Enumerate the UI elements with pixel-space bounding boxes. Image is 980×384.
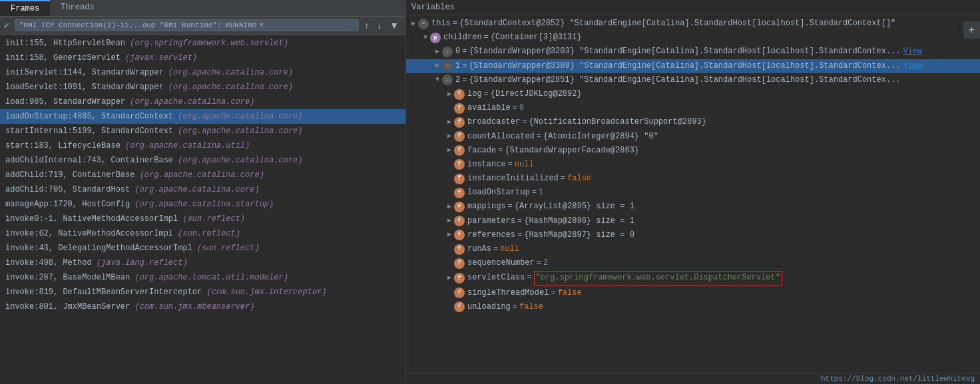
variable-row[interactable]: ▶fbroadcaster = {NotificationBroadcaster… [406, 115, 980, 129]
frame-item[interactable]: invoke:819, DefaultMBeanServerIntercepto… [0, 285, 405, 299]
frame-item[interactable]: init:155, HttpServletBean (org.springfra… [0, 36, 405, 51]
variable-row[interactable]: funloading = false [406, 300, 980, 314]
frame-class: (sun.reflect) [182, 214, 245, 224]
frame-item[interactable]: startInternal:5199, StandardContext (org… [0, 124, 405, 138]
var-type-icon: f [454, 131, 465, 142]
variable-row[interactable]: fsingleThreadModel = false [406, 286, 980, 300]
frame-item[interactable]: invoke:62, NativeMethodAccessorImpl (sun… [0, 226, 405, 241]
var-value: 0 [519, 102, 524, 114]
var-name: parameters [467, 215, 515, 228]
expand-icon[interactable]: ▶ [445, 273, 454, 284]
view-link[interactable]: View [903, 45, 923, 58]
var-value: false [567, 172, 591, 185]
variable-row[interactable]: ▼pchildren = {Container[3]@3131} [406, 31, 980, 45]
expand-icon[interactable]: ▶ [433, 61, 442, 71]
frame-item[interactable]: manageApp:1720, HostConfig (org.apache.c… [0, 197, 405, 212]
thread-check-icon: ✔ [4, 20, 9, 31]
thread-selector[interactable]: "RMI TCP Connection(2)-12...oup "RMI Run… [15, 19, 359, 31]
frame-item[interactable]: addChild:719, ContainerBase (org.apache.… [0, 168, 405, 182]
variable-row[interactable]: finstance = null [406, 158, 980, 172]
variable-row[interactable]: finstanceInitialized = false [406, 172, 980, 186]
var-type-icon: f [454, 159, 465, 170]
expand-icon[interactable]: ▶ [445, 131, 454, 142]
variable-row[interactable]: ▶=this = {StandardContext@2852} "Standar… [406, 17, 980, 31]
frame-item[interactable]: init:158, GenericServlet (javax.servlet) [0, 51, 405, 65]
var-equals-sign: = [551, 287, 555, 299]
frame-item[interactable]: invoke0:-1, NativeMethodAccessorImpl (su… [0, 212, 405, 226]
frame-item[interactable]: start:183, LifecycleBase (org.apache.cat… [0, 138, 405, 153]
tabs-bar: Frames Threads [0, 0, 405, 17]
variable-row[interactable]: ▶fservletClass = "org.springframework.we… [406, 270, 980, 286]
var-value: {StandardWrapper@3203} "StandardEngine[C… [469, 45, 900, 58]
var-equals-sign: = [537, 130, 541, 143]
frame-method: addChild:719, ContainerBase [5, 170, 140, 180]
var-value: 1 [539, 186, 543, 199]
expand-icon[interactable]: ▼ [433, 75, 442, 85]
right-wrapper: Variables ▶=this = {StandardContext@2852… [406, 0, 980, 384]
up-button[interactable]: ↑ [362, 19, 371, 32]
var-value: false [558, 287, 582, 299]
var-equals-sign: = [493, 243, 498, 256]
variable-row[interactable]: ▶freferences = {HashMap@2897} size = 0 [406, 228, 980, 242]
expand-icon[interactable]: ▼ [421, 33, 430, 43]
variable-row[interactable]: ▶=0 = {StandardWrapper@3203} "StandardEn… [406, 45, 980, 59]
frame-item[interactable]: addChildInternal:743, ContainerBase (org… [0, 153, 405, 168]
view-link[interactable]: View [903, 60, 923, 73]
frame-class: (org.apache.catalina.core) [168, 83, 293, 92]
expand-icon[interactable]: ▶ [445, 202, 454, 212]
frame-item[interactable]: invoke:43, DelegatingMethodAccessorImpl … [0, 241, 405, 256]
expand-icon[interactable]: ▶ [409, 19, 418, 29]
frame-item[interactable]: invoke:498, Method (java.lang.reflect) [0, 256, 405, 270]
expand-icon[interactable]: ▶ [433, 47, 442, 57]
tab-frames[interactable]: Frames [0, 0, 50, 16]
var-equals-sign: = [517, 215, 522, 228]
down-button[interactable]: ↓ [374, 19, 384, 32]
var-name: unloading [467, 301, 511, 313]
var-name: instanceInitialized [467, 172, 559, 185]
expand-icon[interactable]: ▶ [445, 230, 454, 240]
variable-row[interactable]: floadOnStartup = 1 [406, 186, 980, 200]
variable-row[interactable]: favailable = 0 [406, 101, 980, 115]
frame-class: (org.apache.catalina.util) [125, 141, 250, 150]
frame-item[interactable]: initServlet:1144, StandardWrapper (org.a… [0, 65, 405, 80]
frame-item[interactable]: invoke:287, BaseModelMBean (org.apache.t… [0, 270, 405, 285]
frame-class: (org.apache.catalina.core) [178, 126, 302, 136]
var-type-icon: f [454, 174, 465, 184]
frame-item[interactable]: invoke:801, JmxMBeanServer (com.sun.jmx.… [0, 299, 405, 314]
variable-row[interactable]: ▶ffacade = {StandardWrapperFacade@2863} [406, 144, 980, 158]
var-type-icon: f [454, 258, 465, 269]
tab-threads[interactable]: Threads [50, 0, 105, 16]
variable-row[interactable]: ▶fcountAllocated = {AtomicInteger@2894} … [406, 130, 980, 144]
frame-class: (org.apache.catalina.core) [134, 185, 259, 194]
frame-item[interactable]: addChild:705, StandardHost (org.apache.c… [0, 182, 405, 197]
var-type-icon: p [430, 33, 441, 43]
variable-row[interactable]: ▶flog = {DirectJDKLog@2892} [406, 87, 980, 101]
var-value: {HashMap@2896} size = 1 [524, 215, 634, 228]
frame-item[interactable]: loadOnStartup:4885, StandardContext (org… [0, 109, 405, 124]
expand-icon[interactable]: ▶ [445, 145, 454, 156]
variable-row[interactable]: ▶fmappings = {ArrayList@2895} size = 1 [406, 200, 980, 214]
var-type-icon: f [454, 244, 465, 255]
expand-icon[interactable]: ▶ [445, 89, 454, 100]
var-type-icon: f [454, 202, 465, 212]
variable-row[interactable]: ▶=1 = {StandardWrapper@3389} "StandardEn… [406, 59, 980, 73]
var-value: {StandardContext@2852} "StandardEngine[C… [459, 17, 895, 30]
variable-row[interactable]: ▶fparameters = {HashMap@2896} size = 1 [406, 214, 980, 228]
filter-button[interactable]: ▼ [387, 19, 401, 32]
var-name: 2 [455, 74, 460, 87]
var-type-icon: f [454, 103, 465, 114]
variable-row[interactable]: frunAs = null [406, 242, 980, 256]
frame-item[interactable]: load:985, StandardWrapper (org.apache.ca… [0, 95, 405, 109]
add-watch-button[interactable]: + [963, 21, 980, 39]
expand-icon[interactable]: ▶ [445, 216, 454, 226]
expand-icon[interactable]: ▶ [445, 117, 454, 128]
variable-row[interactable]: ▼=2 = {StandardWrapper@2851} "StandardEn… [406, 73, 980, 87]
frame-item[interactable]: loadServlet:1091, StandardWrapper (org.a… [0, 80, 405, 95]
var-equals-sign: = [517, 229, 522, 242]
var-equals-sign: = [484, 88, 489, 100]
frame-method: invoke0:-1, NativeMethodAccessorImpl [5, 214, 182, 224]
var-value: {StandardWrapper@2851} "StandardEngine[C… [469, 74, 900, 87]
frame-class: (org.springframework.web.servlet) [130, 39, 288, 48]
var-name: runAs [467, 243, 491, 256]
variable-row[interactable]: fsequenceNumber = 2 [406, 256, 980, 270]
